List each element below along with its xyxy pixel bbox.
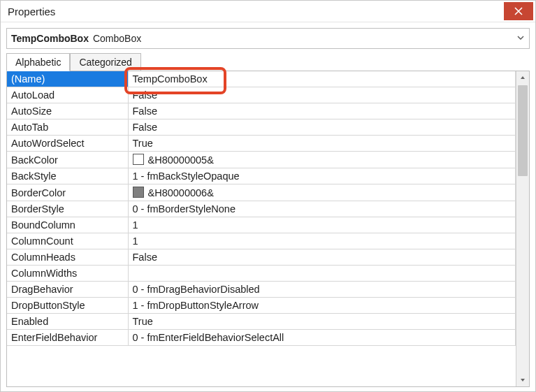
property-value-text: &H80000006&: [148, 187, 214, 198]
property-row[interactable]: AutoTabFalse: [7, 119, 516, 136]
property-row[interactable]: DragBehavior0 - fmDragBehaviorDisabled: [7, 282, 516, 298]
color-swatch: [133, 154, 144, 165]
scroll-thumb[interactable]: [518, 85, 528, 176]
tab-alphabetic[interactable]: Alphabetic: [6, 53, 70, 71]
properties-window: Properties TempComboBox ComboBox Alphabe…: [0, 0, 536, 392]
property-value-text: 0 - fmEnterFieldBehaviorSelectAll: [133, 332, 284, 343]
property-row[interactable]: ColumnHeadsFalse: [7, 249, 516, 266]
property-value-text: False: [133, 106, 157, 117]
property-value[interactable]: False: [128, 87, 516, 103]
property-value[interactable]: TempComboBox: [128, 71, 516, 87]
property-row[interactable]: AutoWordSelectTrue: [7, 136, 516, 152]
property-value[interactable]: &H80000005&: [128, 152, 516, 168]
titlebar: Properties: [1, 1, 535, 22]
property-name[interactable]: ColumnCount: [7, 233, 128, 249]
property-name[interactable]: Enabled: [7, 314, 128, 330]
property-value[interactable]: False: [128, 249, 516, 266]
tab-categorized[interactable]: Categorized: [70, 53, 141, 71]
property-value[interactable]: 1: [128, 217, 516, 233]
property-name[interactable]: BorderColor: [7, 184, 128, 201]
property-row[interactable]: AutoLoadFalse: [7, 87, 516, 103]
object-type: ComboBox: [93, 33, 141, 44]
property-row[interactable]: ColumnCount1: [7, 233, 516, 249]
property-value-text: 0 - fmBorderStyleNone: [133, 203, 236, 215]
close-icon: [514, 7, 523, 15]
property-value[interactable]: 0 - fmEnterFieldBehaviorSelectAll: [128, 330, 516, 346]
property-value-text: False: [133, 122, 157, 133]
chevron-down-icon: [516, 33, 525, 44]
object-name: TempComboBox: [11, 33, 89, 44]
scroll-up-arrow[interactable]: [516, 71, 529, 84]
property-name[interactable]: BackStyle: [7, 168, 128, 184]
property-name[interactable]: DragBehavior: [7, 282, 128, 298]
property-value[interactable]: 1 - fmBackStyleOpaque: [128, 168, 516, 184]
window-title: Properties: [8, 6, 504, 17]
property-row[interactable]: EnabledTrue: [7, 314, 516, 330]
property-value[interactable]: 0 - fmDragBehaviorDisabled: [128, 282, 516, 298]
property-value-text: 1 - fmBackStyleOpaque: [133, 170, 240, 182]
tab-strip: Alphabetic Categorized: [6, 52, 530, 71]
property-value-text: 0 - fmDragBehaviorDisabled: [133, 284, 260, 295]
property-name[interactable]: AutoSize: [7, 103, 128, 119]
property-value[interactable]: False: [128, 103, 516, 119]
property-name[interactable]: AutoTab: [7, 119, 128, 136]
property-value[interactable]: False: [128, 119, 516, 136]
property-value-text: True: [133, 138, 153, 149]
object-selector[interactable]: TempComboBox ComboBox: [6, 28, 530, 49]
property-value[interactable]: True: [128, 136, 516, 152]
property-value[interactable]: True: [128, 314, 516, 330]
property-name[interactable]: ColumnWidths: [7, 266, 128, 282]
property-value[interactable]: 1 - fmDropButtonStyleArrow: [128, 298, 516, 314]
property-value-text: 1 - fmDropButtonStyleArrow: [133, 300, 259, 311]
property-name[interactable]: DropButtonStyle: [7, 298, 128, 314]
property-value-text: &H80000005&: [148, 154, 214, 166]
property-name[interactable]: BackColor: [7, 152, 128, 168]
property-value-text: True: [133, 316, 153, 327]
property-value-text: TempComboBox: [133, 73, 208, 85]
vertical-scrollbar[interactable]: [516, 71, 529, 386]
scroll-down-arrow[interactable]: [516, 374, 529, 386]
property-value-text: False: [133, 252, 157, 263]
property-value[interactable]: [128, 266, 516, 282]
property-value-text: 1: [133, 235, 138, 247]
property-row[interactable]: BorderStyle0 - fmBorderStyleNone: [7, 201, 516, 217]
property-name[interactable]: EnterFieldBehavior: [7, 330, 128, 346]
property-row[interactable]: AutoSizeFalse: [7, 103, 516, 119]
property-row[interactable]: BorderColor&H80000006&: [7, 184, 516, 201]
property-value[interactable]: 1: [128, 233, 516, 249]
property-row[interactable]: EnterFieldBehavior0 - fmEnterFieldBehavi…: [7, 330, 516, 346]
property-name[interactable]: (Name): [7, 71, 128, 87]
property-name[interactable]: BoundColumn: [7, 217, 128, 233]
property-row[interactable]: BackStyle1 - fmBackStyleOpaque: [7, 168, 516, 184]
property-name[interactable]: BorderStyle: [7, 201, 128, 217]
property-grid-container: (Name)TempComboBoxAutoLoadFalseAutoSizeF…: [6, 71, 530, 387]
property-row[interactable]: ColumnWidths: [7, 266, 516, 282]
property-row[interactable]: BackColor&H80000005&: [7, 152, 516, 168]
color-swatch: [133, 187, 144, 198]
property-grid[interactable]: (Name)TempComboBoxAutoLoadFalseAutoSizeF…: [7, 71, 516, 386]
close-button[interactable]: [504, 2, 533, 20]
property-name[interactable]: AutoLoad: [7, 87, 128, 103]
property-row[interactable]: (Name)TempComboBox: [7, 71, 516, 87]
property-value[interactable]: &H80000006&: [128, 184, 516, 201]
property-name[interactable]: AutoWordSelect: [7, 136, 128, 152]
property-row[interactable]: BoundColumn1: [7, 217, 516, 233]
property-row[interactable]: DropButtonStyle1 - fmDropButtonStyleArro…: [7, 298, 516, 314]
property-value[interactable]: 0 - fmBorderStyleNone: [128, 201, 516, 217]
property-value-text: 1: [133, 219, 138, 231]
content-area: TempComboBox ComboBox Alphabetic Categor…: [1, 22, 535, 391]
property-value-text: False: [133, 89, 157, 101]
property-name[interactable]: ColumnHeads: [7, 249, 128, 266]
